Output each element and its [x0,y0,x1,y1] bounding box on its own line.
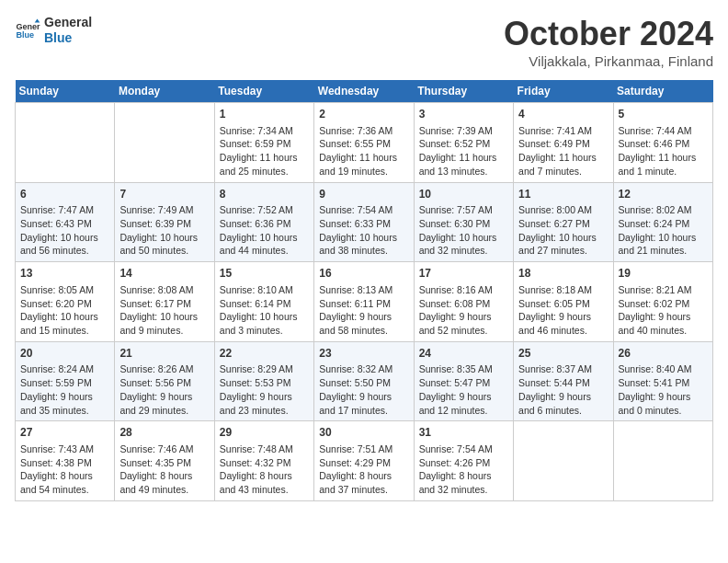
cell-content: Sunrise: 7:46 AM Sunset: 4:35 PM Dayligh… [119,442,209,497]
header-tuesday: Tuesday [214,80,313,103]
calendar-cell: 25Sunrise: 8:37 AM Sunset: 5:44 PM Dayli… [514,341,613,421]
calendar-cell: 21Sunrise: 8:26 AM Sunset: 5:56 PM Dayli… [115,341,214,421]
cell-content: Sunrise: 8:08 AM Sunset: 6:17 PM Dayligh… [119,283,209,338]
header-saturday: Saturday [613,80,712,103]
day-number: 28 [119,425,209,441]
calendar-cell: 23Sunrise: 8:32 AM Sunset: 5:50 PM Dayli… [314,341,414,421]
calendar-cell: 1Sunrise: 7:34 AM Sunset: 6:59 PM Daylig… [214,103,313,183]
calendar-cell: 8Sunrise: 7:52 AM Sunset: 6:36 PM Daylig… [214,182,313,262]
cell-content: Sunrise: 7:54 AM Sunset: 4:26 PM Dayligh… [419,442,508,497]
day-number: 11 [518,187,608,202]
day-number: 13 [20,266,109,282]
day-number: 8 [220,187,309,202]
calendar-cell [613,421,712,501]
calendar-week-2: 6Sunrise: 7:47 AM Sunset: 6:43 PM Daylig… [16,182,713,262]
cell-content: Sunrise: 8:18 AM Sunset: 6:05 PM Dayligh… [518,283,608,338]
cell-content: Sunrise: 8:26 AM Sunset: 5:56 PM Dayligh… [119,362,209,417]
calendar-cell: 3Sunrise: 7:39 AM Sunset: 6:52 PM Daylig… [414,103,513,183]
calendar-cell [115,103,214,183]
cell-content: Sunrise: 8:00 AM Sunset: 6:27 PM Dayligh… [518,203,608,258]
svg-text:Blue: Blue [16,30,34,40]
calendar-week-1: 1Sunrise: 7:34 AM Sunset: 6:59 PM Daylig… [16,103,713,183]
calendar-header-row: SundayMondayTuesdayWednesdayThursdayFrid… [16,80,713,103]
calendar-cell: 9Sunrise: 7:54 AM Sunset: 6:33 PM Daylig… [314,182,414,262]
cell-content: Sunrise: 7:52 AM Sunset: 6:36 PM Dayligh… [220,203,309,258]
day-number: 10 [419,187,508,202]
day-number: 31 [419,425,508,441]
calendar-cell: 6Sunrise: 7:47 AM Sunset: 6:43 PM Daylig… [16,182,115,262]
day-number: 5 [619,107,708,122]
header-monday: Monday [115,80,214,103]
day-number: 9 [319,187,408,202]
day-number: 21 [119,346,209,362]
cell-content: Sunrise: 7:41 AM Sunset: 6:49 PM Dayligh… [518,124,608,178]
title-block: October 2024 Viljakkala, Pirkanmaa, Finl… [504,15,713,69]
cell-content: Sunrise: 8:32 AM Sunset: 5:50 PM Dayligh… [319,362,408,417]
day-number: 26 [619,346,708,362]
calendar-cell: 29Sunrise: 7:48 AM Sunset: 4:32 PM Dayli… [214,421,313,501]
cell-content: Sunrise: 7:49 AM Sunset: 6:39 PM Dayligh… [119,203,209,258]
calendar-cell: 30Sunrise: 7:51 AM Sunset: 4:29 PM Dayli… [314,421,414,501]
calendar-cell [514,421,613,501]
day-number: 12 [619,187,708,202]
logo-icon: General Blue [15,17,40,43]
cell-content: Sunrise: 7:51 AM Sunset: 4:29 PM Dayligh… [319,442,408,497]
cell-content: Sunrise: 8:13 AM Sunset: 6:11 PM Dayligh… [319,283,408,338]
day-number: 4 [518,107,608,122]
cell-content: Sunrise: 7:44 AM Sunset: 6:46 PM Dayligh… [619,124,708,178]
cell-content: Sunrise: 7:36 AM Sunset: 6:55 PM Dayligh… [319,124,408,178]
calendar-cell: 22Sunrise: 8:29 AM Sunset: 5:53 PM Dayli… [214,341,313,421]
day-number: 14 [119,266,209,282]
calendar-cell: 14Sunrise: 8:08 AM Sunset: 6:17 PM Dayli… [115,262,214,342]
cell-content: Sunrise: 8:40 AM Sunset: 5:41 PM Dayligh… [619,362,708,417]
calendar-table: SundayMondayTuesdayWednesdayThursdayFrid… [15,80,713,501]
cell-content: Sunrise: 7:39 AM Sunset: 6:52 PM Dayligh… [419,124,508,178]
day-number: 2 [319,107,408,122]
cell-content: Sunrise: 7:47 AM Sunset: 6:43 PM Dayligh… [20,203,109,258]
cell-content: Sunrise: 8:16 AM Sunset: 6:08 PM Dayligh… [419,283,508,338]
header-friday: Friday [514,80,613,103]
cell-content: Sunrise: 8:02 AM Sunset: 6:24 PM Dayligh… [619,203,708,258]
calendar-cell: 10Sunrise: 7:57 AM Sunset: 6:30 PM Dayli… [414,182,513,262]
calendar-cell: 19Sunrise: 8:21 AM Sunset: 6:02 PM Dayli… [613,262,712,342]
header-thursday: Thursday [414,80,513,103]
day-number: 1 [220,107,309,122]
day-number: 3 [419,107,508,122]
day-number: 17 [419,266,508,282]
calendar-cell: 17Sunrise: 8:16 AM Sunset: 6:08 PM Dayli… [414,262,513,342]
cell-content: Sunrise: 8:10 AM Sunset: 6:14 PM Dayligh… [220,283,309,338]
logo-blue: Blue [44,30,92,46]
cell-content: Sunrise: 8:24 AM Sunset: 5:59 PM Dayligh… [20,362,109,417]
calendar-cell: 5Sunrise: 7:44 AM Sunset: 6:46 PM Daylig… [613,103,712,183]
cell-content: Sunrise: 8:35 AM Sunset: 5:47 PM Dayligh… [419,362,508,417]
calendar-cell: 28Sunrise: 7:46 AM Sunset: 4:35 PM Dayli… [115,421,214,501]
cell-content: Sunrise: 7:43 AM Sunset: 4:38 PM Dayligh… [20,442,109,497]
day-number: 29 [220,425,309,441]
page-header: General Blue General Blue October 2024 V… [15,15,713,69]
month-title: October 2024 [504,15,713,53]
calendar-week-3: 13Sunrise: 8:05 AM Sunset: 6:20 PM Dayli… [16,262,713,342]
calendar-cell: 18Sunrise: 8:18 AM Sunset: 6:05 PM Dayli… [514,262,613,342]
calendar-cell [16,103,115,183]
cell-content: Sunrise: 7:48 AM Sunset: 4:32 PM Dayligh… [220,442,309,497]
day-number: 27 [20,425,109,441]
header-sunday: Sunday [16,80,115,103]
calendar-cell: 11Sunrise: 8:00 AM Sunset: 6:27 PM Dayli… [514,182,613,262]
cell-content: Sunrise: 8:29 AM Sunset: 5:53 PM Dayligh… [220,362,309,417]
calendar-cell: 13Sunrise: 8:05 AM Sunset: 6:20 PM Dayli… [16,262,115,342]
location-subtitle: Viljakkala, Pirkanmaa, Finland [504,53,713,69]
calendar-cell: 27Sunrise: 7:43 AM Sunset: 4:38 PM Dayli… [16,421,115,501]
calendar-week-4: 20Sunrise: 8:24 AM Sunset: 5:59 PM Dayli… [16,341,713,421]
calendar-cell: 7Sunrise: 7:49 AM Sunset: 6:39 PM Daylig… [115,182,214,262]
cell-content: Sunrise: 7:54 AM Sunset: 6:33 PM Dayligh… [319,203,408,258]
svg-marker-2 [35,18,40,22]
day-number: 22 [220,346,309,362]
calendar-cell: 20Sunrise: 8:24 AM Sunset: 5:59 PM Dayli… [16,341,115,421]
calendar-cell: 24Sunrise: 8:35 AM Sunset: 5:47 PM Dayli… [414,341,513,421]
day-number: 30 [319,425,408,441]
calendar-cell: 4Sunrise: 7:41 AM Sunset: 6:49 PM Daylig… [514,103,613,183]
svg-text:General: General [16,21,40,30]
cell-content: Sunrise: 8:37 AM Sunset: 5:44 PM Dayligh… [518,362,608,417]
logo-general: General [44,15,92,30]
day-number: 19 [619,266,708,282]
